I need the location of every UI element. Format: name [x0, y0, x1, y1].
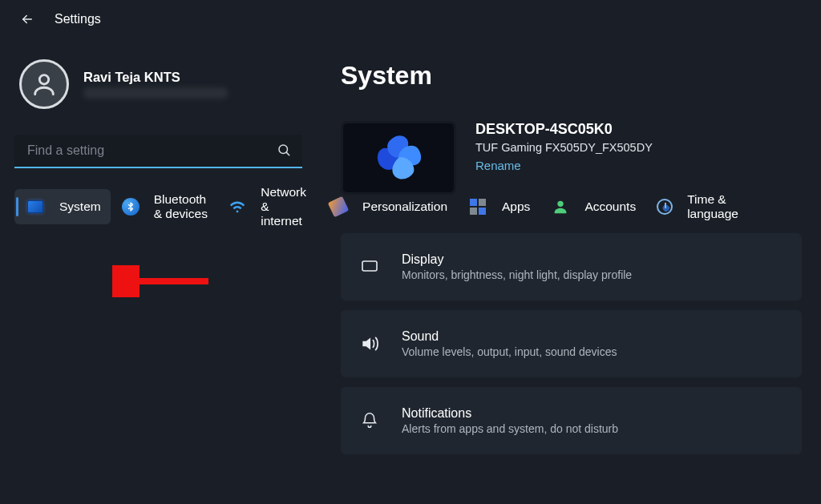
sidebar-item-bluetooth[interactable]: Bluetooth & devices — [111, 189, 218, 224]
bell-icon — [358, 409, 381, 432]
main-content: System DESKTOP-4SC05K0 TUF Gaming FX505D… — [317, 37, 821, 504]
sidebar-item-label: Apps — [502, 200, 530, 214]
sidebar: Ravi Teja KNTS System Bluetooth & device… — [0, 37, 317, 504]
rename-link[interactable]: Rename — [475, 159, 653, 172]
card-notifications[interactable]: Notifications Alerts from apps and syste… — [341, 387, 802, 454]
search-input[interactable] — [14, 135, 302, 168]
system-icon — [27, 200, 43, 213]
card-sound[interactable]: Sound Volume levels, output, input, soun… — [341, 310, 802, 377]
svg-point-1 — [39, 75, 48, 84]
sidebar-item-label: Accounts — [584, 200, 636, 214]
content-title: System — [341, 61, 802, 91]
annotation-arrow-icon — [112, 265, 216, 297]
user-icon — [30, 71, 58, 98]
bluetooth-icon — [122, 198, 140, 216]
svg-point-4 — [558, 201, 564, 207]
sidebar-item-label: Network & internet — [261, 185, 308, 228]
back-arrow-icon — [20, 12, 34, 26]
sidebar-item-time-language[interactable]: Time & language — [645, 189, 751, 224]
brush-icon — [329, 197, 348, 216]
back-button[interactable] — [18, 10, 37, 29]
device-model: TUF Gaming FX505DY_FX505DY — [475, 141, 653, 154]
sidebar-item-label: Bluetooth & devices — [154, 192, 208, 221]
sidebar-item-label: Time & language — [687, 192, 742, 221]
user-block[interactable]: Ravi Teja KNTS — [14, 37, 302, 130]
card-display[interactable]: Display Monitors, brightness, night ligh… — [341, 233, 802, 300]
card-title: Display — [402, 252, 632, 267]
windows-bloom-icon — [366, 126, 431, 190]
sidebar-nav: System Bluetooth & devices Network & int… — [14, 189, 302, 229]
sidebar-item-apps[interactable]: Apps — [457, 189, 540, 224]
sidebar-item-label: System — [59, 200, 101, 214]
user-email-redacted — [83, 87, 228, 99]
sidebar-item-label: Personalization — [362, 200, 447, 214]
display-icon — [358, 256, 381, 278]
sidebar-item-system[interactable]: System — [14, 189, 111, 224]
card-title: Notifications — [402, 406, 618, 421]
apps-icon — [470, 199, 486, 215]
clock-icon — [657, 197, 673, 216]
device-name: DESKTOP-4SC05K0 — [475, 121, 653, 138]
header: Settings — [0, 0, 821, 37]
svg-line-3 — [286, 152, 289, 155]
card-sub: Alerts from apps and system, do not dist… — [402, 422, 618, 435]
device-block: DESKTOP-4SC05K0 TUF Gaming FX505DY_FX505… — [341, 121, 802, 195]
search-wrap — [14, 135, 302, 168]
device-thumbnail — [341, 121, 456, 195]
avatar — [19, 59, 69, 109]
page-title: Settings — [55, 12, 101, 26]
card-sub: Volume levels, output, input, sound devi… — [402, 345, 617, 358]
wifi-icon — [229, 197, 246, 216]
user-name: Ravi Teja KNTS — [83, 70, 228, 85]
accounts-icon — [551, 197, 570, 216]
search-icon — [277, 143, 291, 160]
card-sub: Monitors, brightness, night light, displ… — [402, 268, 632, 281]
svg-rect-6 — [362, 261, 377, 271]
card-title: Sound — [402, 329, 617, 344]
sidebar-item-personalization[interactable]: Personalization — [317, 189, 457, 224]
sidebar-item-accounts[interactable]: Accounts — [540, 189, 645, 224]
sidebar-item-network[interactable]: Network & internet — [217, 189, 317, 224]
sound-icon — [358, 333, 381, 355]
